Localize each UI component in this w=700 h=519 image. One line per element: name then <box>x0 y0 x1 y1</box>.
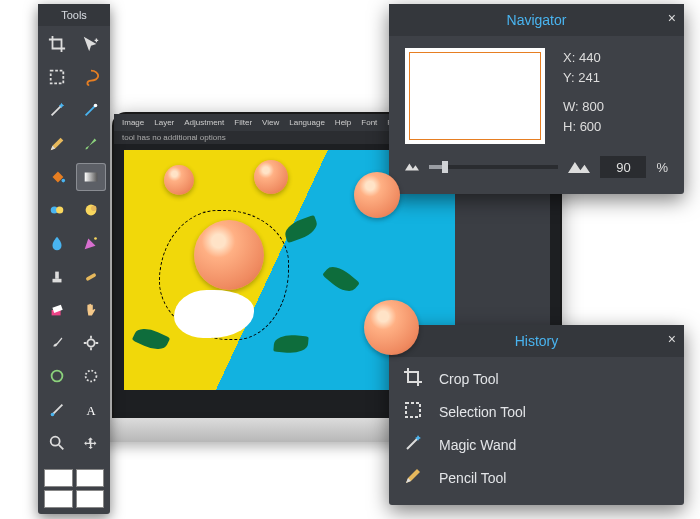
color-replace-icon[interactable] <box>42 196 73 224</box>
zoom-out-icon[interactable] <box>405 160 419 174</box>
gradient-icon[interactable] <box>76 163 107 191</box>
canvas-art <box>364 300 419 355</box>
bucket-icon[interactable] <box>42 163 73 191</box>
zoom-slider[interactable] <box>429 165 558 169</box>
menu-item[interactable]: Image <box>122 118 144 127</box>
nav-w: 800 <box>582 99 604 114</box>
lasso-icon[interactable] <box>76 63 107 91</box>
color-swatch[interactable] <box>44 469 73 487</box>
text-icon[interactable] <box>76 396 107 424</box>
color-swatch[interactable] <box>76 469 105 487</box>
move-icon[interactable] <box>76 30 107 58</box>
history-item[interactable]: Magic Wand <box>403 433 670 456</box>
party-icon[interactable] <box>76 229 107 257</box>
pan-icon[interactable] <box>76 429 107 457</box>
history-item-label: Selection Tool <box>439 404 526 420</box>
color-swatch[interactable] <box>44 490 73 508</box>
zoom-icon[interactable] <box>42 429 73 457</box>
menu-item[interactable]: Adjustment <box>184 118 224 127</box>
navigator-panel: Navigator × X: 440 Y: 241 W: 800 H: 600 … <box>389 4 684 194</box>
drop-icon[interactable] <box>42 229 73 257</box>
zoom-unit: % <box>656 160 668 175</box>
wand-sparkle-icon[interactable] <box>76 96 107 124</box>
nav-y: 241 <box>578 70 600 85</box>
menu-item[interactable]: Font <box>361 118 377 127</box>
nav-h: 600 <box>580 119 602 134</box>
navigator-stats: X: 440 Y: 241 W: 800 H: 600 <box>563 48 604 144</box>
clone-stamp-icon[interactable] <box>42 263 73 291</box>
heal-icon[interactable] <box>76 263 107 291</box>
canvas-art <box>282 215 320 244</box>
close-icon[interactable]: × <box>668 10 676 26</box>
tools-title: Tools <box>38 4 110 26</box>
history-item[interactable]: Pencil Tool <box>403 466 670 489</box>
canvas-art <box>132 324 170 355</box>
shape-icon[interactable] <box>42 362 73 390</box>
magic-wand-icon <box>403 433 423 456</box>
nav-x: 440 <box>579 50 601 65</box>
dodge-icon[interactable] <box>76 329 107 357</box>
swatch-row <box>38 463 110 514</box>
canvas-art <box>322 261 360 297</box>
brush-icon[interactable] <box>76 130 107 158</box>
crop-icon <box>403 367 423 390</box>
navigator-thumbnail[interactable] <box>405 48 545 144</box>
shape-select-icon[interactable] <box>76 362 107 390</box>
history-item-label: Magic Wand <box>439 437 516 453</box>
canvas-art <box>354 172 400 218</box>
tools-panel: Tools <box>38 4 110 514</box>
crop-icon[interactable] <box>42 30 73 58</box>
menu-item[interactable]: Filter <box>234 118 252 127</box>
navigator-title: Navigator <box>507 12 567 28</box>
history-item[interactable]: Crop Tool <box>403 367 670 390</box>
menu-item[interactable]: Layer <box>154 118 174 127</box>
pencil-icon <box>403 466 423 489</box>
canvas-art <box>254 160 288 194</box>
pencil-icon[interactable] <box>42 130 73 158</box>
color-swatch[interactable] <box>76 490 105 508</box>
zoom-in-icon[interactable] <box>568 159 590 176</box>
eyedropper-icon[interactable] <box>42 396 73 424</box>
marquee-icon <box>403 400 423 423</box>
canvas-art <box>164 165 194 195</box>
history-item-label: Crop Tool <box>439 371 499 387</box>
zoom-value[interactable]: 90 <box>600 156 646 178</box>
hand-icon[interactable] <box>76 296 107 324</box>
history-item[interactable]: Selection Tool <box>403 400 670 423</box>
close-icon[interactable]: × <box>668 331 676 347</box>
eraser-icon[interactable] <box>42 296 73 324</box>
canvas-art <box>273 334 308 355</box>
blob-icon[interactable] <box>76 196 107 224</box>
menu-item[interactable]: Language <box>289 118 325 127</box>
menu-item[interactable]: View <box>262 118 279 127</box>
history-item-label: Pencil Tool <box>439 470 506 486</box>
marquee-icon[interactable] <box>42 63 73 91</box>
magic-wand-icon[interactable] <box>42 96 73 124</box>
history-title: History <box>515 333 559 349</box>
history-panel: History × Crop ToolSelection ToolMagic W… <box>389 325 684 505</box>
smudge-icon[interactable] <box>42 329 73 357</box>
menu-item[interactable]: Help <box>335 118 351 127</box>
